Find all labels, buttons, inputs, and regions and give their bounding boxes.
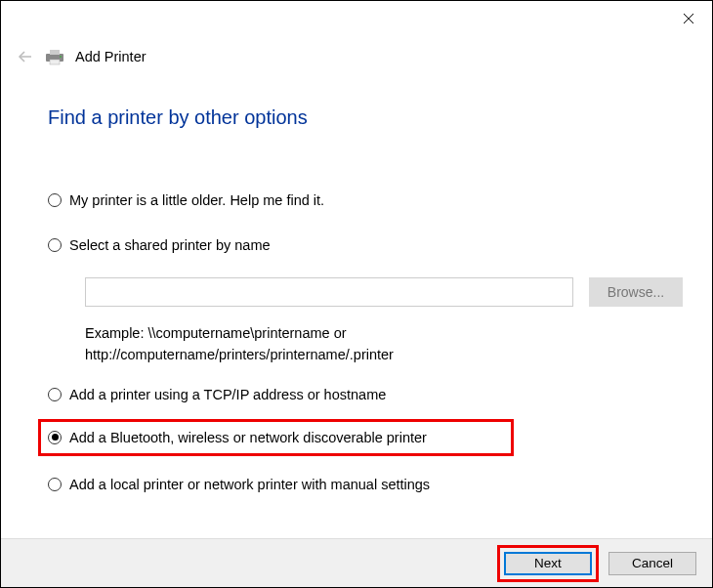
svg-rect-5 — [50, 60, 60, 64]
radio-label: Add a local printer or network printer w… — [69, 477, 430, 492]
close-icon — [683, 13, 694, 24]
option-older-printer[interactable]: My printer is a little older. Help me fi… — [48, 189, 683, 211]
radio-label: Add a Bluetooth, wireless or network dis… — [69, 430, 427, 445]
option-tcpip[interactable]: Add a printer using a TCP/IP address or … — [48, 384, 683, 405]
option-local[interactable]: Add a local printer or network printer w… — [48, 474, 683, 495]
radio-label: My printer is a little older. Help me fi… — [69, 192, 324, 208]
option-shared-printer[interactable]: Select a shared printer by name — [48, 234, 683, 256]
radio-icon — [48, 238, 62, 252]
footer-bar: Next Cancel — [1, 538, 712, 587]
radio-label: Select a shared printer by name — [69, 237, 271, 253]
options-group: My printer is a little older. Help me fi… — [48, 189, 683, 495]
radio-icon — [48, 388, 62, 401]
option-bluetooth[interactable]: Add a Bluetooth, wireless or network dis… — [48, 430, 504, 445]
header-bar: Add Printer — [17, 48, 147, 65]
browse-button: Browse... — [589, 277, 683, 307]
back-button[interactable] — [17, 48, 34, 65]
example-text: Example: \\computername\printername or h… — [85, 322, 683, 366]
radio-icon — [48, 478, 62, 491]
radio-icon — [48, 431, 62, 444]
shared-printer-subsection: Browse... Example: \\computername\printe… — [85, 277, 683, 366]
close-button[interactable] — [679, 9, 698, 28]
shared-input-row: Browse... — [85, 277, 683, 307]
svg-point-6 — [60, 56, 62, 58]
printer-icon — [44, 48, 65, 65]
cancel-button[interactable]: Cancel — [608, 552, 696, 575]
shared-printer-input[interactable] — [85, 277, 573, 307]
example-line-1: Example: \\computername\printername or — [85, 322, 683, 344]
radio-label: Add a printer using a TCP/IP address or … — [69, 387, 386, 402]
header-title: Add Printer — [75, 49, 147, 64]
svg-rect-4 — [50, 50, 60, 55]
page-heading: Find a printer by other options — [48, 106, 308, 129]
highlighted-option-box: Add a Bluetooth, wireless or network dis… — [38, 419, 514, 456]
next-button-highlight: Next — [497, 545, 599, 582]
radio-icon — [48, 193, 62, 207]
next-button[interactable]: Next — [504, 552, 592, 575]
example-line-2: http://computername/printers/printername… — [85, 344, 683, 365]
back-arrow-icon — [18, 49, 33, 64]
